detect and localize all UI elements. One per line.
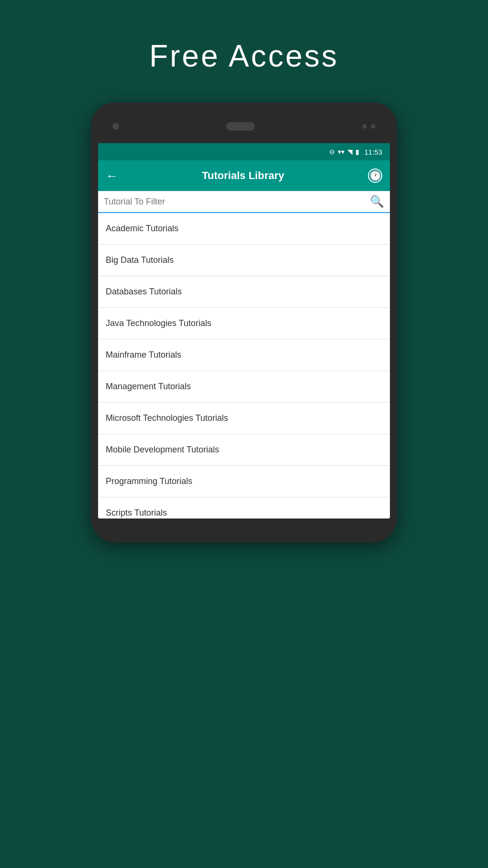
wifi-icon: ▾▾ xyxy=(338,148,344,156)
list-item[interactable]: Academic Tutorials xyxy=(98,213,390,245)
minus-circle-icon: ⊖ xyxy=(329,148,335,156)
list-item[interactable]: Java Technologies Tutorials xyxy=(98,308,390,339)
status-icons: ⊖ ▾▾ ◥ ▮ 11:53 xyxy=(329,148,382,156)
list-item[interactable]: Management Tutorials xyxy=(98,371,390,403)
search-icon[interactable]: 🔍 xyxy=(370,195,384,208)
list-item[interactable]: Mainframe Tutorials xyxy=(98,339,390,371)
battery-icon: ▮ xyxy=(355,148,359,156)
tutorial-list: Academic Tutorials Big Data Tutorials Da… xyxy=(98,213,390,519)
app-bar-title: Tutorials Library xyxy=(126,169,360,182)
list-item[interactable]: Microsoft Technologies Tutorials xyxy=(98,403,390,434)
phone-top-bezel xyxy=(98,117,390,136)
phone-camera xyxy=(112,123,119,130)
list-item-partial[interactable]: Scripts Tutorials xyxy=(98,497,390,519)
status-time: 11:53 xyxy=(364,148,382,156)
app-bar: ← Tutorials Library 🕐 xyxy=(98,160,390,191)
phone-dots xyxy=(362,124,376,129)
back-button[interactable]: ← xyxy=(106,169,118,182)
search-input[interactable] xyxy=(104,197,370,207)
list-item[interactable]: Databases Tutorials xyxy=(98,276,390,308)
signal-icon: ◥ xyxy=(347,148,353,156)
list-item[interactable]: Mobile Development Tutorials xyxy=(98,434,390,466)
page-container: Free Access ⊖ ▾▾ ◥ xyxy=(0,0,488,868)
list-item[interactable]: Programming Tutorials xyxy=(98,466,390,497)
phone-screen: ⊖ ▾▾ ◥ ▮ 11:53 ← Tutorials Library 🕐 xyxy=(98,143,390,519)
history-button[interactable]: 🕐 xyxy=(368,169,382,183)
search-bar[interactable]: 🔍 xyxy=(98,191,390,213)
phone-speaker xyxy=(226,122,255,131)
phone-dot-1 xyxy=(362,124,367,129)
phone-frame: ⊖ ▾▾ ◥ ▮ 11:53 ← Tutorials Library 🕐 xyxy=(91,102,397,542)
clock-icon: 🕐 xyxy=(369,170,381,181)
page-title: Free Access xyxy=(149,38,339,74)
phone-dot-2 xyxy=(371,124,376,129)
status-bar: ⊖ ▾▾ ◥ ▮ 11:53 xyxy=(98,143,390,160)
list-item[interactable]: Big Data Tutorials xyxy=(98,245,390,276)
